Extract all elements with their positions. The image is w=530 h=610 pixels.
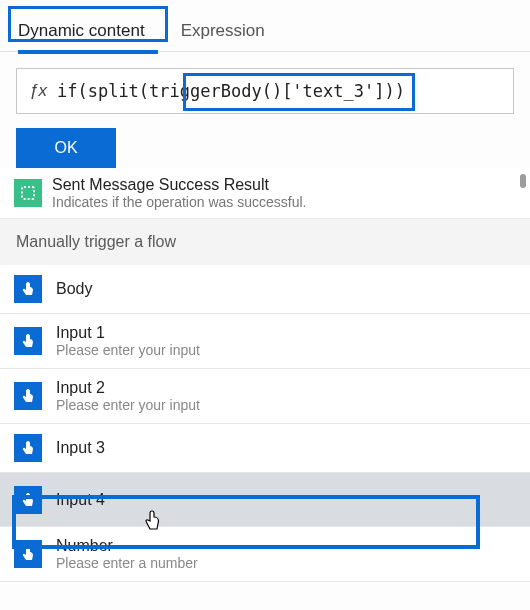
list-item-input4[interactable]: Input 4 (0, 473, 530, 527)
item-label: Input 1 (56, 324, 200, 342)
expression-area: ƒx if(split(triggerBody()['text_3'])) OK (0, 52, 530, 168)
item-label: Body (56, 280, 92, 298)
scrollbar[interactable] (520, 174, 526, 188)
group-header: Manually trigger a flow (0, 219, 530, 265)
ok-button[interactable]: OK (16, 128, 116, 168)
pointer-icon (14, 486, 42, 514)
expression-input[interactable]: ƒx if(split(triggerBody()['text_3'])) (16, 68, 514, 114)
fx-icon: ƒx (29, 81, 47, 101)
slack-icon (14, 179, 42, 207)
dynamic-content-list: Sent Message Success Result Indicates if… (0, 168, 530, 582)
pointer-icon (14, 275, 42, 303)
service-result-title: Sent Message Success Result (52, 176, 306, 194)
item-desc: Please enter your input (56, 342, 200, 358)
tabs: Dynamic content Expression (0, 0, 530, 52)
pointer-icon (14, 382, 42, 410)
service-result-row[interactable]: Sent Message Success Result Indicates if… (0, 168, 530, 219)
item-label: Input 4 (56, 491, 105, 509)
expression-panel: Dynamic content Expression ƒx if(split(t… (0, 0, 530, 610)
tab-expression[interactable]: Expression (177, 9, 269, 51)
item-label: Input 3 (56, 439, 105, 457)
tab-dynamic-content[interactable]: Dynamic content (14, 9, 149, 51)
list-item-input3[interactable]: Input 3 (0, 424, 530, 473)
list-item-input1[interactable]: Input 1 Please enter your input (0, 314, 530, 369)
item-label: Input 2 (56, 379, 200, 397)
item-desc: Please enter your input (56, 397, 200, 413)
item-desc: Please enter a number (56, 555, 198, 571)
expression-text: if(split(triggerBody()['text_3'])) (57, 81, 405, 101)
list-item-number[interactable]: Number Please enter a number (0, 527, 530, 582)
pointer-icon (14, 434, 42, 462)
list-item-input2[interactable]: Input 2 Please enter your input (0, 369, 530, 424)
pointer-icon (14, 540, 42, 568)
pointer-icon (14, 327, 42, 355)
item-label: Number (56, 537, 198, 555)
list-item-body[interactable]: Body (0, 265, 530, 314)
service-result-desc: Indicates if the operation was successfu… (52, 194, 306, 210)
